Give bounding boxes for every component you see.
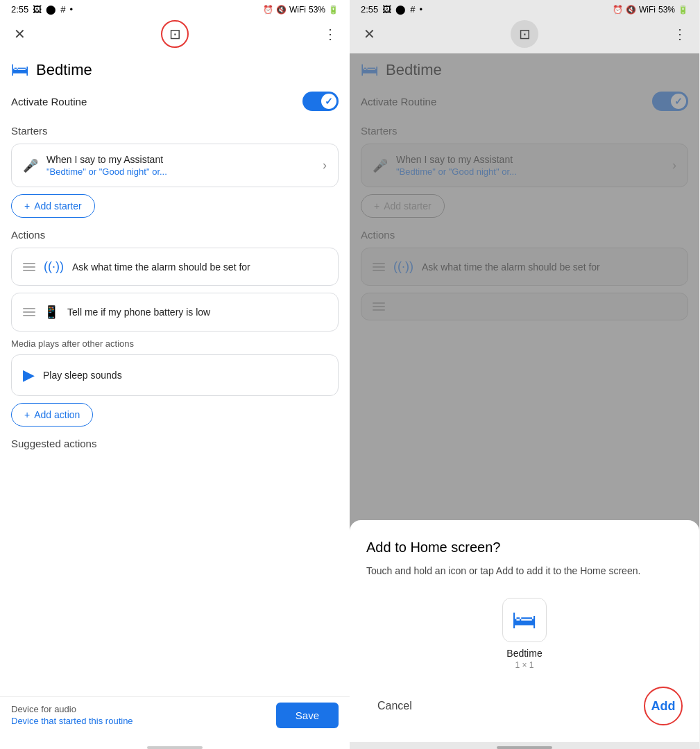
dialog-app-icon: 🛏 xyxy=(502,598,547,642)
nav-bar-right: ✕ ⊡ ⋮ xyxy=(350,17,699,53)
starter-card-left[interactable]: 🎤 When I say to my Assistant "Bedtime" o… xyxy=(11,144,339,187)
dialog-add-button[interactable]: Add xyxy=(644,687,683,725)
home-screen-icon-right: ⊡ xyxy=(519,26,531,42)
starter-subtitle-left: "Bedtime" or "Good night" or... xyxy=(46,166,314,177)
plus-icon-starter-left: + xyxy=(24,200,30,212)
page-title-left: Bedtime xyxy=(36,61,92,79)
starters-label-left: Starters xyxy=(11,125,339,137)
time-right: 2:55 xyxy=(361,4,378,15)
close-icon: ✕ xyxy=(14,26,26,42)
home-screen-icon: ⊡ xyxy=(169,26,181,42)
wifi-icon: WiFi xyxy=(289,5,306,15)
add-to-home-dialog: Add to Home screen? Touch and hold an ic… xyxy=(350,520,699,742)
device-link-left[interactable]: Device that started this routine xyxy=(11,716,133,726)
device-audio-label-left: Device for audio xyxy=(11,704,133,714)
action-card-2-left[interactable]: 📱 Tell me if my phone battery is low xyxy=(11,293,339,332)
dot-icon: • xyxy=(70,4,74,15)
plus-icon-action-left: + xyxy=(24,409,30,420)
media-text-left: Play sleep sounds xyxy=(43,370,122,381)
activate-toggle-left[interactable]: ✓ xyxy=(302,92,339,111)
alarm-icon: ⏰ xyxy=(263,5,273,15)
mute-icon: 🔇 xyxy=(276,5,287,15)
add-starter-label-left: Add starter xyxy=(34,200,81,212)
media-card-left[interactable]: ▶ Play sleep sounds xyxy=(11,354,339,396)
battery-icon-right: 🔋 xyxy=(678,5,688,15)
activate-label-left: Activate Routine xyxy=(11,96,87,107)
battery-pct-right: 53% xyxy=(658,5,675,15)
photo-icon: 🖼 xyxy=(33,4,42,15)
more-menu-button-left[interactable]: ⋮ xyxy=(316,20,344,48)
action-text-2-left: Tell me if my phone battery is low xyxy=(67,307,210,318)
phone-icon-left: 📱 xyxy=(44,304,59,320)
dialog-bed-icon: 🛏 xyxy=(512,605,537,635)
chevron-right-starter-left: › xyxy=(323,158,327,173)
assistant-icon-1-left: ((·)) xyxy=(44,259,64,274)
add-action-button-left[interactable]: + Add action xyxy=(11,403,93,427)
left-content: 🛏 Bedtime Activate Routine ✓ Starters 🎤 … xyxy=(0,53,350,696)
close-icon-right: ✕ xyxy=(364,26,375,42)
circle-icon-right: ⬤ xyxy=(395,4,406,15)
alarm-icon-right: ⏰ xyxy=(613,5,623,15)
dialog-app-name: Bedtime xyxy=(506,648,542,659)
dialog-cancel-button[interactable]: Cancel xyxy=(366,694,423,718)
actions-label-left: Actions xyxy=(11,229,339,241)
nav-bar-left: ✕ ⊡ ⋮ xyxy=(0,17,350,53)
wifi-icon-right: WiFi xyxy=(639,5,656,15)
starter-card-inner-left: When I say to my Assistant "Bedtime" or … xyxy=(46,154,314,177)
home-screen-button-right[interactable]: ⊡ xyxy=(511,20,538,48)
home-screen-button-left[interactable]: ⊡ xyxy=(161,20,189,48)
suggested-label-left: Suggested actions xyxy=(11,438,339,449)
scroll-indicator-left xyxy=(147,746,203,749)
left-panel: 2:55 🖼 ⬤ # • ⏰ 🔇 WiFi 53% 🔋 ✕ ⊡ ⋮ xyxy=(0,0,350,749)
save-button-left[interactable]: Save xyxy=(276,703,339,728)
media-label-left: Media plays after other actions xyxy=(11,338,339,349)
action-card-1-left[interactable]: ((·)) Ask what time the alarm should be … xyxy=(11,248,339,286)
grid-icon: # xyxy=(60,4,65,15)
activate-routine-row-left: Activate Routine ✓ xyxy=(11,92,339,111)
battery-icon-left: 🔋 xyxy=(328,5,339,15)
scroll-indicator-right xyxy=(497,746,552,749)
photo-icon-right: 🖼 xyxy=(382,4,391,15)
mic-icon-left: 🎤 xyxy=(23,158,38,173)
more-menu-button-right[interactable]: ⋮ xyxy=(666,20,694,48)
dialog-actions: Cancel Add xyxy=(366,687,683,725)
drag-handle-1-left xyxy=(23,263,35,271)
dialog-app-size: 1 × 1 xyxy=(515,660,533,670)
dot-icon-right: • xyxy=(420,4,423,15)
device-info-left: Device for audio Device that started thi… xyxy=(11,704,133,727)
status-bar-left: 2:55 🖼 ⬤ # • ⏰ 🔇 WiFi 53% 🔋 xyxy=(0,0,350,17)
add-starter-button-left[interactable]: + Add starter xyxy=(11,194,95,218)
grid-icon-right: # xyxy=(410,4,415,15)
title-row-left: 🛏 Bedtime xyxy=(11,59,339,80)
add-action-label-left: Add action xyxy=(34,409,80,420)
more-icon-right: ⋮ xyxy=(673,26,687,42)
save-bar-left: Device for audio Device that started thi… xyxy=(0,696,350,742)
circle-icon: ⬤ xyxy=(46,4,56,15)
play-icon-left: ▶ xyxy=(23,366,35,384)
toggle-check-left: ✓ xyxy=(325,96,333,107)
mute-icon-right: 🔇 xyxy=(626,5,636,15)
action-text-1-left: Ask what time the alarm should be set fo… xyxy=(72,261,250,273)
time-left: 2:55 xyxy=(11,4,28,15)
close-button-right[interactable]: ✕ xyxy=(355,20,383,48)
bed-icon-left: 🛏 xyxy=(11,59,29,80)
dialog-title: Add to Home screen? xyxy=(366,540,683,556)
close-button-left[interactable]: ✕ xyxy=(6,20,33,48)
drag-handle-2-left xyxy=(23,308,35,316)
starter-title-left: When I say to my Assistant xyxy=(46,154,314,165)
dialog-body: Touch and hold an icon or tap Add to add… xyxy=(366,564,683,578)
right-content-wrapper: 🛏 Bedtime Activate Routine ✓ Starters 🎤 … xyxy=(350,53,699,742)
battery-pct-left: 53% xyxy=(309,5,325,15)
status-bar-right: 2:55 🖼 ⬤ # • ⏰ 🔇 WiFi 53% 🔋 xyxy=(350,0,699,17)
more-icon-left: ⋮ xyxy=(323,26,337,42)
dialog-icon-area: 🛏 Bedtime 1 × 1 xyxy=(366,598,683,670)
dialog-overlay: Add to Home screen? Touch and hold an ic… xyxy=(350,53,699,742)
right-panel: 2:55 🖼 ⬤ # • ⏰ 🔇 WiFi 53% 🔋 ✕ ⊡ ⋮ xyxy=(350,0,699,749)
